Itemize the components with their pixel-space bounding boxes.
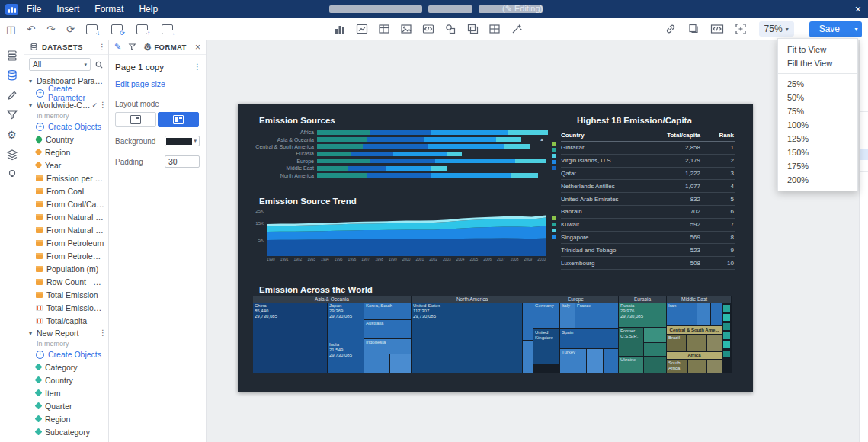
dataset-field-item[interactable]: Total Emission R... [24,301,108,314]
refresh-dataset-icon[interactable]: ⟳ [111,24,123,34]
magic-wand-icon[interactable] [511,23,523,35]
layers-rail-icon[interactable] [4,146,21,162]
zoom-menu-item[interactable]: Fill the View [778,56,857,70]
link-icon[interactable] [665,23,677,35]
legend-swatch[interactable] [552,160,556,164]
close-panel-icon[interactable]: × [195,42,200,53]
dataset-field-item[interactable]: Item [24,386,108,399]
dataset-field-item[interactable]: Subcategory [24,425,108,438]
widget-emission-capita-table[interactable]: Highest 18 Emission/Capita CountryTotal/… [561,110,738,271]
zoom-menu-item[interactable]: 175% [778,159,857,173]
kebab-menu-icon[interactable]: ⋮ [98,43,104,51]
zoom-menu-item[interactable]: 100% [778,118,857,132]
close-icon[interactable]: × [855,2,861,17]
filter-rail-icon[interactable] [4,107,21,123]
embed-code-icon[interactable] [710,23,724,35]
copy-icon[interactable] [687,23,700,35]
refresh-icon[interactable]: ⟳ [66,24,75,34]
design-canvas[interactable]: Emission Sources AfricaAsia & OceaniaCen… [207,40,859,442]
legend-swatch[interactable] [552,148,556,152]
dataset-field-item[interactable]: Category [24,360,108,373]
search-icon[interactable] [94,60,104,69]
panel-toggle-icon[interactable]: ◫ [6,24,15,34]
layout-grid-icon[interactable] [488,23,501,35]
dataset-field-item[interactable]: Region [24,412,108,425]
dataset-field-item[interactable]: Quarter [24,399,108,412]
caret-down-icon[interactable]: ▾ [29,102,37,109]
dataset-field-item[interactable]: Country [24,133,108,146]
edit-page-size-link[interactable]: Edit page size [115,79,165,88]
legend-swatch[interactable] [552,223,556,226]
scroll-up-icon[interactable]: ▲ [540,137,544,142]
legend-swatch[interactable] [552,216,556,220]
legend-swatch[interactable] [552,166,556,170]
html-widget-icon[interactable] [422,23,434,35]
dataset-field-item[interactable]: Region [24,146,108,159]
padding-input[interactable] [165,155,200,168]
filter-tab-icon[interactable] [128,43,136,51]
dataset-field-item[interactable]: From Natural Ga... [24,223,108,236]
kpi-widget-icon[interactable] [356,23,368,35]
zoom-menu-item[interactable]: 75% [778,104,857,118]
save-options-caret[interactable]: ▾ [850,21,862,37]
tree-create-action[interactable]: +Create Objects [24,120,108,133]
dataset-filter-select[interactable]: All ▾ [29,58,91,71]
caret-down-icon[interactable]: ▾ [29,78,37,85]
column-chart-icon[interactable] [334,23,346,35]
tree-create-action[interactable]: +Create Objects [24,348,108,360]
zoom-menu-item[interactable]: 125% [778,132,857,146]
undo-icon[interactable]: ↶ [27,24,35,34]
dataset-field-item[interactable]: Country [24,373,108,386]
upload-dataset-icon[interactable]: ↑ [136,24,148,34]
duplicate-widget-icon[interactable] [466,23,479,35]
dataset-field-item[interactable]: Emission per Cap... [24,171,108,184]
table-widget-icon[interactable] [378,23,390,35]
menu-item-help[interactable]: Help [139,4,158,14]
tab-format[interactable]: ⚙ FORMAT [143,43,187,52]
layout-mode-grid-button[interactable] [158,112,199,127]
redo-icon[interactable]: ↷ [46,24,55,34]
menu-item-format[interactable]: Format [94,4,123,14]
zoom-menu-item[interactable]: 50% [778,91,857,104]
dashboard-preview[interactable]: Emission Sources AfricaAsia & OceaniaCen… [238,104,753,392]
edit-rail-icon[interactable] [4,87,21,103]
dataset-field-item[interactable]: Year [24,159,108,171]
export-page-icon[interactable]: → [162,24,173,34]
dataset-field-item[interactable]: From Natural Gas [24,210,108,223]
widget-emission-across-world[interactable]: Emission Across the World Asia & Oceania… [250,279,747,380]
settings-rail-icon[interactable]: ⚙ [4,127,21,143]
zoom-menu-item[interactable]: Fit to View [778,43,857,56]
zoom-menu-item[interactable]: 200% [778,173,857,187]
shapes-icon[interactable] [444,23,456,35]
background-color-picker[interactable]: ▾ [165,136,200,146]
zoom-menu-item[interactable]: 150% [778,146,857,159]
kebab-menu-icon[interactable]: ⋮ [99,329,105,337]
menu-item-file[interactable]: File [27,4,41,14]
menu-item-insert[interactable]: Insert [56,4,79,14]
legend-swatch[interactable] [552,142,556,146]
dataset-field-item[interactable]: Row Count - Wor... [24,275,108,288]
dataset-tree-group[interactable]: ▾New Report⋮ [24,327,108,339]
focus-view-icon[interactable] [735,23,747,35]
widgets-rail-icon[interactable] [4,47,21,63]
caret-down-icon[interactable]: ▾ [29,330,37,337]
widget-emission-sources[interactable]: Emission Sources AfricaAsia & OceaniaCen… [250,110,555,189]
new-dataset-icon[interactable]: ↓ [86,24,98,34]
dataset-field-item[interactable]: From Coal/Capita [24,197,108,210]
zoom-level-control[interactable]: 75% ▾ [759,21,794,37]
tree-create-action[interactable]: +Create Parameter [24,87,108,99]
dataset-field-item[interactable]: Total Emission [24,288,108,301]
dataset-tree-group[interactable]: ▾Worldwide-CO...✓⋮ [24,99,108,111]
dataset-field-item[interactable]: From Petroleum/... [24,249,108,262]
widget-emission-source-trend[interactable]: Emission Source Trend 25K 15K 5K 1990199… [250,191,555,270]
image-widget-icon[interactable] [400,23,412,35]
zoom-menu-item[interactable]: 25% [778,77,857,91]
dataset-field-item[interactable]: From Petroleum [24,236,108,249]
dataset-field-item[interactable]: Total/capita [24,314,108,327]
kebab-menu-icon[interactable]: ⋮ [99,101,105,109]
edit-tab-icon[interactable]: ✎ [114,42,121,52]
legend-swatch[interactable] [552,229,556,232]
dataset-field-item[interactable]: From Coal [24,184,108,197]
datasets-rail-icon[interactable] [4,67,21,83]
legend-swatch[interactable] [552,154,556,158]
